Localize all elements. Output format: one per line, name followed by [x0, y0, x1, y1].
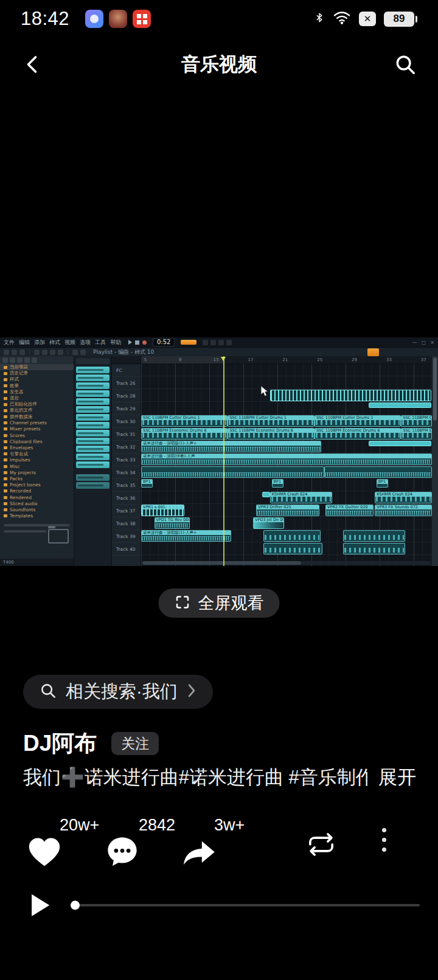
daw-menu-item: 样式 — [49, 339, 60, 347]
description-row: 我们➕诺米进行曲#诺米进行曲 #音乐制作 … 展开 — [23, 765, 416, 790]
browser-item-label: 插件数据库 — [10, 414, 33, 420]
battery-cap — [415, 16, 417, 22]
fullscreen-button[interactable]: 全屏观看 — [159, 588, 280, 618]
browser-item: Sliced audio — [0, 500, 74, 506]
comment-icon[interactable] — [106, 835, 139, 871]
rack-header — [76, 358, 109, 364]
track-name: FC — [112, 364, 141, 377]
pattern-block — [76, 382, 109, 389]
daw-toolbar: Playlist - 编曲 - 样式 10 — [0, 347, 438, 356]
folder-icon — [4, 409, 7, 412]
clip — [263, 543, 322, 554]
clip-label: SSC 110BPM Cutter Drums 1 — [315, 416, 400, 420]
clip: SSC 110BPM Economic Drums 6 — [228, 428, 314, 440]
track-name: Track 38 — [112, 517, 141, 530]
folder-icon — [4, 384, 7, 387]
header: 音乐视频 — [0, 46, 438, 83]
browser-toolbar — [0, 356, 74, 364]
follow-button[interactable]: 关注 — [111, 732, 159, 755]
daw-menu-item: 编辑 — [19, 339, 30, 347]
track-name: Track 40 — [112, 543, 141, 556]
folder-icon — [4, 434, 7, 437]
clip: VPR3 FX Sounds 072 — [375, 505, 432, 516]
progress-bar[interactable] — [72, 904, 420, 906]
browser-item-label: 遥控 — [10, 395, 19, 401]
browser-item: 效果 — [0, 383, 74, 389]
scrollbar-thumb — [433, 357, 437, 421]
browser-item-label: Rendered — [10, 495, 32, 500]
daw-menu-item: 帮助 — [110, 339, 121, 347]
browser-item: Scores — [0, 432, 74, 438]
clip — [343, 530, 405, 542]
close-icon: ✕ — [430, 340, 434, 345]
app-notification-icon — [85, 10, 103, 28]
daw-menus: 文件编辑添加样式视频选项工具帮助 — [4, 339, 121, 347]
pattern-block — [76, 390, 109, 397]
folder-icon — [4, 483, 7, 486]
browser-item: 样式 — [0, 376, 74, 382]
video-frame[interactable]: 文件编辑添加样式视频选项工具帮助 0:52 — ▢ ✕ Playl — [0, 337, 438, 566]
clip: BP1 — [377, 479, 388, 488]
clip: SSC 110BPM Cutter Drums 1 — [141, 415, 228, 427]
clip: VPR2 FX Quitter 020 — [325, 505, 374, 516]
note-text-line — [4, 530, 46, 533]
heart-icon[interactable] — [27, 835, 62, 871]
folder-icon — [4, 502, 7, 505]
playback-bar — [0, 885, 438, 927]
pattern-block — [76, 438, 109, 444]
folder-icon — [4, 440, 7, 443]
clip — [369, 441, 431, 446]
tempo-slider — [181, 340, 196, 345]
browser-item: 插件数据库 — [0, 414, 74, 420]
clip-label: SSC 110BPM Cutter Drums 1 — [142, 416, 227, 420]
clip-label: VPR2 FX Quitter 020 — [326, 505, 373, 509]
more-options-icon[interactable] — [382, 828, 386, 852]
search-button[interactable] — [392, 50, 419, 79]
browser-item: 发生器 — [0, 389, 74, 395]
like-group[interactable]: 20w+ — [27, 815, 118, 873]
gutter-corner — [112, 356, 141, 364]
repeat-icon[interactable] — [305, 830, 337, 861]
clock: 18:42 — [21, 8, 69, 30]
clip-label: SSC 110BPM Economic Drums 6 — [142, 429, 227, 433]
ruler-number: 25 — [317, 357, 322, 362]
related-search-pill[interactable]: 相关搜索·我们 — [23, 675, 213, 709]
pattern-block — [76, 461, 109, 468]
folder-icon — [4, 496, 7, 499]
folder-icon — [4, 403, 7, 406]
browser-item-label: 发生器 — [10, 389, 24, 395]
window-controls: — ▢ ✕ — [412, 340, 434, 345]
ruler-number: 17 — [248, 357, 253, 362]
ruler-number: 5 — [144, 357, 147, 362]
play-button[interactable] — [29, 891, 56, 920]
track-name: Track 26 — [112, 377, 141, 390]
back-button[interactable] — [19, 50, 46, 79]
maximize-icon: ▢ — [422, 340, 426, 345]
track-gutter: FCTrack 26Track 28Track 29Track 30Track … — [112, 356, 141, 566]
scrollbar-thumb — [142, 561, 301, 565]
pattern-block — [76, 398, 109, 405]
battery-percent: 89 — [384, 12, 414, 27]
pattern-block — [76, 422, 109, 429]
browser-item: Clipboard files — [0, 438, 74, 444]
expand-button[interactable]: 展开 — [378, 765, 416, 790]
browser-item-label: 已初始化控件 — [10, 401, 37, 407]
clip: VPR1 s 001 — [141, 505, 184, 516]
author-name[interactable]: DJ阿布 — [23, 728, 97, 759]
ruler-number: 21 — [282, 357, 288, 362]
horizontal-scrollbar — [142, 561, 431, 565]
clip-label: BP1 — [377, 480, 388, 484]
progress-thumb[interactable] — [71, 901, 80, 910]
browser-item-label: Soundfonts — [10, 507, 35, 512]
browser-item: Channel presets — [0, 420, 74, 426]
pattern-block — [76, 454, 109, 460]
track-name: Track 36 — [112, 492, 141, 505]
share-icon[interactable] — [181, 838, 217, 871]
browser-list: 当前项目历史记录样式效果发生器遥控已初始化控件最近的文件插件数据库Channel… — [0, 364, 74, 519]
track-name: Track 37 — [112, 505, 141, 517]
browser-item: Packs — [0, 475, 74, 481]
playlist-grid: SSC 110BPM Cutter Drums 1SSC 110BPM Cutt… — [141, 364, 432, 566]
share-group[interactable]: 3w+ — [181, 815, 273, 873]
pattern-block — [76, 406, 109, 413]
browser-item: 最近的文件 — [0, 407, 74, 413]
